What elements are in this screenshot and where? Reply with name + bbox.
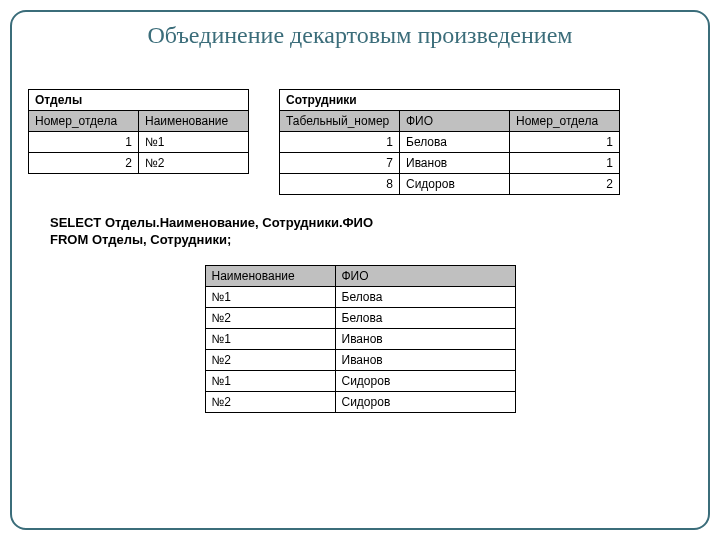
slide-frame xyxy=(10,10,710,530)
